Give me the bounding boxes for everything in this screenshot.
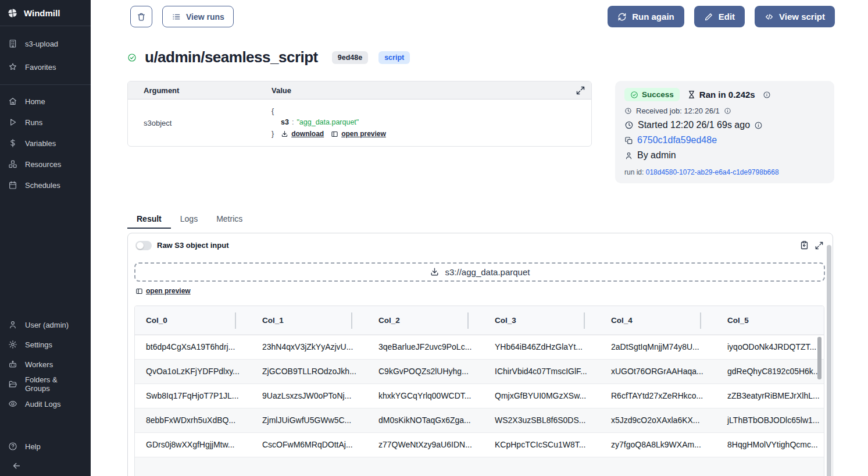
delete-run-button[interactable] <box>130 6 152 27</box>
run-again-button[interactable]: Run again <box>608 6 684 27</box>
argument-column-header: Argument <box>144 86 272 95</box>
sidebar-item-label: Home <box>25 97 45 106</box>
sidebar-item-settings[interactable]: Settings <box>0 335 91 354</box>
table-row: 8ebbFxWDxrh5uXdBQ...ZjmlJUiGwfU5GWw5C...… <box>135 408 824 433</box>
panel-preview-icon <box>331 130 338 138</box>
column-resize-handle[interactable] <box>584 312 585 329</box>
app-logo[interactable]: Windmill <box>0 0 91 26</box>
table-cell: bt6dp4CgXsA19T6hdrj... <box>135 335 251 359</box>
view-script-button[interactable]: View script <box>755 6 835 27</box>
argument-name: s3object <box>144 119 272 127</box>
sidebar-item-runs[interactable]: Runs <box>0 112 91 133</box>
panel-scrollbar[interactable] <box>827 245 831 476</box>
argument-value-json: { s3:"agg_data.parquet" } download open … <box>272 106 585 140</box>
worker-icon <box>624 136 633 145</box>
sidebar-item-variables[interactable]: Variables <box>0 133 91 154</box>
result-table-body: bt6dp4CgXsA19T6hdrj...23hN4qxV3jZkYyAzjv… <box>135 335 824 476</box>
json-brace-close: } <box>272 129 274 140</box>
expand-icon[interactable] <box>576 86 585 95</box>
column-resize-handle[interactable] <box>235 312 236 329</box>
sidebar-item-label: Audit Logs <box>25 400 60 408</box>
sidebar-item-label: User (admin) <box>25 321 69 329</box>
view-runs-button[interactable]: View runs <box>162 6 234 27</box>
sidebar-item-label: Favorites <box>25 63 56 72</box>
script-kind-badge: script <box>378 51 410 64</box>
run-id-link[interactable]: 018d4580-1072-ab29-e6a4-c1de9798b668 <box>646 168 779 176</box>
sidebar: Windmill s3-upload Favorites Home Runs <box>0 0 91 476</box>
table-row: bt6dp4CgXsA19T6hdrj...23hN4qxV3jZkYyAzjv… <box>135 335 824 360</box>
table-cell: iyqoODoNk4JRDQTZT... <box>716 335 824 359</box>
worker-link[interactable]: 6750c1dfa59ed48e <box>637 135 717 145</box>
table-row: QvOa1oLzKFjYDFPdlxy...ZjGCOB9TLLROdzoJkh… <box>135 360 824 384</box>
sidebar-item-favorites[interactable]: Favorites <box>0 55 91 79</box>
edit-button[interactable]: Edit <box>694 6 745 27</box>
sidebar-item-help[interactable]: Help <box>0 436 91 456</box>
folder-icon <box>8 379 17 389</box>
table-cell: Swb8Iq17FqHjoT7P1JL... <box>135 384 251 408</box>
user-icon <box>8 320 17 329</box>
started-row: Started 12:20 26/1 69s ago <box>624 120 825 130</box>
table-cell: zy7fgoQ8A8Lk9WXAm... <box>600 433 716 457</box>
column-resize-handle[interactable] <box>467 312 469 329</box>
gear-icon <box>8 340 17 349</box>
download-link[interactable]: download <box>281 129 324 140</box>
run-status-panel: Success Ran in 0.242s Received job: 12:2… <box>615 81 834 183</box>
clipboard-copy-icon[interactable] <box>799 240 809 250</box>
star-icon <box>8 62 17 72</box>
home-icon <box>8 97 17 106</box>
table-cell: 23hN4qxV3jZkYyAzjvU... <box>251 335 367 359</box>
table-cell: 8HqgHMolVYtighQcmc... <box>716 433 824 457</box>
sidebar-nav-group: Home Runs Variables Resources Schedules <box>0 85 91 201</box>
sidebar-item-label: Workers <box>25 360 53 369</box>
building-icon <box>8 39 17 48</box>
arguments-card: Argument Value s3object { s3:"agg_data.p… <box>127 81 592 147</box>
check-circle-icon <box>127 53 137 62</box>
by-user-row: By admin <box>624 150 825 161</box>
table-scrollbar-thumb[interactable] <box>817 337 821 379</box>
pencil-icon <box>704 12 713 22</box>
info-icon[interactable] <box>763 91 771 99</box>
table-cell: gdReQhyC8192c05H6k.. <box>716 360 824 383</box>
table-cell: 3qeBarlueJF2uvc9PoLc... <box>367 335 484 359</box>
script-hash-badge[interactable]: 9ed48e <box>332 51 368 64</box>
column-header: Col_2 <box>367 306 484 335</box>
column-resize-handle[interactable] <box>700 312 701 329</box>
tab-result[interactable]: Result <box>127 211 171 229</box>
sidebar-item-workers[interactable]: Workers <box>0 354 91 374</box>
s3-file-download-box[interactable]: s3://agg_data.parquet <box>134 262 825 282</box>
json-property: s3:"agg_data.parquet" <box>272 117 585 128</box>
dollar-icon <box>8 138 17 148</box>
main-content: View runs Run again Edit View script <box>91 0 868 476</box>
person-icon <box>624 151 633 160</box>
sidebar-item-audit-logs[interactable]: Audit Logs <box>0 394 91 414</box>
sidebar-item-user[interactable]: User (admin) <box>0 315 91 335</box>
sidebar-item-schedules[interactable]: Schedules <box>0 175 91 196</box>
panel-preview-icon <box>135 287 143 295</box>
sidebar-account-group: User (admin) Settings Workers Folders & … <box>0 315 91 414</box>
sidebar-item-label: Settings <box>25 340 52 349</box>
raw-s3-toggle[interactable] <box>135 241 152 250</box>
table-cell: jLThBTbOBJODlc65lw1... <box>716 408 824 432</box>
open-preview-link[interactable]: open preview <box>135 287 191 295</box>
tab-logs[interactable]: Logs <box>171 211 207 229</box>
sidebar-item-home[interactable]: Home <box>0 91 91 112</box>
maximize-icon[interactable] <box>815 241 824 250</box>
info-icon[interactable] <box>724 107 731 115</box>
result-tabs: Result Logs Metrics <box>127 211 252 229</box>
sidebar-item-s3-upload[interactable]: s3-upload <box>0 32 91 55</box>
column-resize-handle[interactable] <box>351 312 352 329</box>
tab-metrics[interactable]: Metrics <box>207 211 252 229</box>
toggle-knob <box>137 242 144 249</box>
open-preview-link[interactable]: open preview <box>331 129 386 140</box>
sidebar-item-resources[interactable]: Resources <box>0 154 91 175</box>
clock-icon <box>624 107 632 115</box>
sidebar-item-folders-groups[interactable]: Folders & Groups <box>0 374 91 394</box>
s3-file-link: s3://agg_data.parquet <box>445 267 530 277</box>
table-cell: CscOFwM6MRqDOttAj... <box>251 433 367 457</box>
table-cell: C9kGvPOQZs2lUHyhg... <box>367 360 484 383</box>
info-icon[interactable] <box>754 121 763 130</box>
sidebar-item-label: Folders & Groups <box>25 375 83 393</box>
sidebar-collapse-button[interactable] <box>3 457 22 474</box>
json-key: s3 <box>281 118 289 126</box>
run-id-row: run id: 018d4580-1072-ab29-e6a4-c1de9798… <box>624 168 825 176</box>
